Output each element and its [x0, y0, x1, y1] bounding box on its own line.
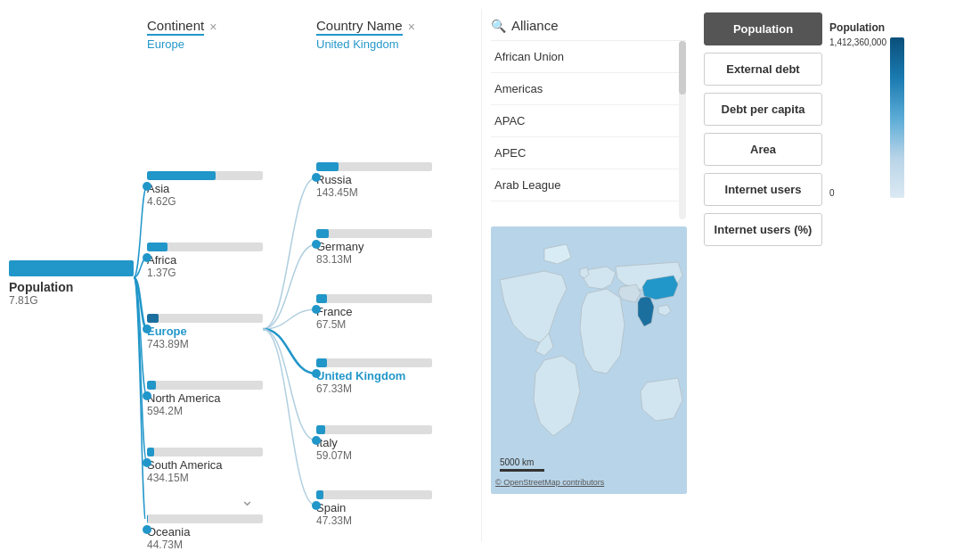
metric-button-population[interactable]: Population [704, 12, 822, 45]
country-bar-container [316, 358, 432, 367]
metric-button-external-debt[interactable]: External debt [704, 53, 822, 86]
country-item-germany[interactable]: Germany83.13M [316, 229, 472, 266]
country-dot [312, 173, 321, 182]
alliance-list: African UnionAmericasAPACAPECArab League [491, 41, 686, 219]
country-label: France [316, 305, 472, 318]
metric-button-debt-per-capita[interactable]: Debt per capita [704, 93, 822, 126]
alliance-scrollbar-thumb[interactable] [679, 41, 686, 95]
map-scale-bar [500, 469, 544, 472]
continent-bar-container [147, 448, 263, 456]
continent-value: 594.2M [147, 405, 303, 417]
continent-bar-fill [147, 448, 154, 456]
alliance-item[interactable]: Americas [491, 73, 686, 105]
alliance-header: 🔍 Alliance [491, 9, 686, 41]
continent-bar-fill [147, 243, 167, 251]
root-bar [9, 260, 134, 276]
continent-bar-container [147, 171, 263, 180]
world-map-svg [491, 226, 687, 494]
alliance-item[interactable]: African Union [491, 41, 686, 73]
continent-item-europe[interactable]: Europe743.89M [147, 314, 303, 350]
legend-min-label: 0 [829, 188, 886, 198]
continent-value: 434.15M [147, 472, 303, 484]
country-bar-fill [316, 425, 325, 434]
continent-dot [143, 391, 151, 400]
metric-button-internet-users[interactable]: Internet users [704, 173, 822, 206]
alliance-item[interactable]: Arab League [491, 169, 686, 201]
country-item-france[interactable]: France67.5M [316, 294, 472, 331]
alliance-title: Alliance [511, 18, 559, 33]
continent-value: 4.62G [147, 195, 303, 208]
country-dot [312, 436, 321, 445]
continent-bar-container [147, 381, 263, 390]
col-sub-labels: Europe United Kingdom [147, 37, 481, 51]
map-scale-label: 5000 km [500, 457, 534, 467]
root-label: Population [9, 280, 134, 294]
search-icon: 🔍 [491, 19, 506, 33]
alliance-item[interactable]: APEC [491, 137, 686, 169]
alliance-item[interactable]: APAC [491, 105, 686, 137]
continent-bar-container [147, 514, 263, 523]
continent-item-north-america[interactable]: North America594.2M [147, 381, 303, 417]
country-bar-container [316, 294, 432, 303]
map-scale: 5000 km [500, 457, 544, 472]
country-label: Italy [316, 436, 472, 449]
continent-label: Europe [147, 325, 303, 338]
country-item-united-kingdom[interactable]: United Kingdom67.33M [316, 358, 472, 395]
country-bar-container [316, 425, 432, 434]
country-value: 47.33M [316, 514, 472, 527]
country-item-italy[interactable]: Italy59.07M [316, 425, 472, 462]
country-value: 83.13M [316, 253, 472, 266]
continent-item-africa[interactable]: Africa1.37G [147, 243, 303, 279]
continent-header: Continent × [147, 18, 303, 36]
country-label: Germany [316, 240, 472, 253]
country-value: 143.45M [316, 186, 472, 199]
country-label: Spain [316, 501, 472, 514]
root-node: Population 7.81G [9, 260, 134, 307]
country-header: Country Name × [316, 18, 472, 36]
metric-button-internet-users-[interactable]: Internet users (%) [704, 213, 822, 246]
country-sub-label: United Kingdom [316, 37, 472, 51]
alliance-scrollbar[interactable] [679, 41, 686, 219]
continent-value: 1.37G [147, 267, 303, 279]
country-item-spain[interactable]: Spain47.33M [316, 490, 472, 527]
country-header-label: Country Name [316, 18, 403, 36]
col-headers: Continent × Country Name × [147, 18, 481, 36]
continent-item-asia[interactable]: Asia4.62G [147, 171, 303, 208]
country-label: United Kingdom [316, 369, 472, 382]
continent-item-oceania[interactable]: Oceania44.73M [147, 514, 303, 551]
continent-label: South America [147, 458, 303, 472]
continent-dot [143, 325, 151, 333]
country-dot [312, 369, 321, 378]
country-dot [312, 240, 321, 249]
country-close-icon[interactable]: × [408, 20, 415, 34]
country-value: 59.07M [316, 449, 472, 462]
continent-value: 743.89M [147, 338, 303, 350]
legend-bar-container: 1,412,360,000 0 [829, 37, 904, 198]
continent-bar-fill [147, 314, 159, 323]
legend-labels: 1,412,360,000 0 [829, 37, 886, 198]
continent-dot [143, 525, 151, 534]
legend-title: Population [829, 21, 885, 34]
root-value: 7.81G [9, 294, 134, 307]
legend-gradient [890, 37, 904, 198]
country-bar-fill [316, 358, 327, 367]
continent-bar-container [147, 243, 263, 251]
continent-label: Oceania [147, 525, 303, 539]
continent-bar-fill [147, 381, 156, 390]
continent-value: 44.73M [147, 539, 303, 551]
country-label: Russia [316, 173, 472, 186]
country-value: 67.33M [316, 382, 472, 395]
alliance-scroll-container: African UnionAmericasAPACAPECArab League [491, 41, 686, 219]
chevron-down-icon[interactable]: ⌄ [241, 490, 254, 510]
continent-sub-label: Europe [147, 37, 303, 51]
metric-button-area[interactable]: Area [704, 133, 822, 166]
continent-dot [143, 182, 151, 191]
country-item-russia[interactable]: Russia143.45M [316, 162, 472, 199]
continent-item-south-america[interactable]: South America434.15M [147, 448, 303, 484]
controls-panel: PopulationExternal debtDebt per capitaAr… [695, 9, 904, 542]
continent-bar-fill [147, 171, 216, 180]
continent-close-icon[interactable]: × [209, 20, 216, 34]
continent-label: Asia [147, 182, 303, 195]
map-attribution: © OpenStreetMap contributors [495, 478, 604, 487]
tree-content: Population 7.81G Asia4.62GAfrica1.37GEur… [9, 64, 481, 519]
